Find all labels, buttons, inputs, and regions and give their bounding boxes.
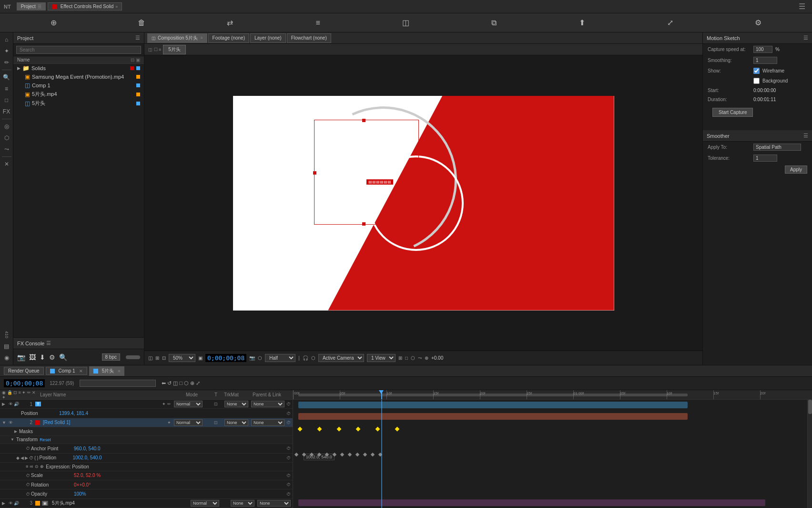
sidebar-tools-icon[interactable]: ✦ [1,46,12,56]
sidebar-brush-icon[interactable]: ✏ [1,57,12,68]
new-comp-btn[interactable]: ⊕ [46,16,61,30]
zoom-dropdown[interactable]: 50%100%25% [169,354,195,362]
transform-expand-icon[interactable]: ▼ [10,437,14,442]
background-checkbox[interactable] [753,78,760,84]
tl-tool-4[interactable]: □ [179,380,183,386]
layer1-trk-select[interactable]: None [224,401,248,407]
capture-speed-input[interactable] [753,46,772,53]
tolerance-input[interactable] [753,155,777,162]
comp1-tab-close[interactable]: ✕ [79,369,83,373]
wireframe-checkbox[interactable] [753,68,760,74]
tl-tool-7[interactable]: ⤢ [196,380,200,386]
timeline-scrollbar-right[interactable] [807,400,812,508]
kf-5[interactable] [376,427,380,432]
layer2-expand[interactable]: ▼ [2,420,8,425]
menu-icon[interactable]: ☰ [796,2,808,11]
tl-tool-6[interactable]: ⊕ [190,380,194,386]
sidebar-fx-icon[interactable]: FX [1,106,12,117]
layer3-mode-select[interactable]: Normal [191,500,219,507]
comp-tab-layer[interactable]: Layer (none) [250,33,286,43]
start-capture-btn[interactable]: Start Capture [712,108,753,117]
layer-row-1[interactable]: ▶ 👁 🔊 1 T ✦ ✏ Normal ⊡ None [0,400,293,409]
layer1-parent-select[interactable]: None [251,401,284,407]
delete-btn[interactable]: 🗑 [134,16,149,30]
viewer-motion-icon[interactable]: ⤳ [418,355,422,361]
layer2-trk-select[interactable]: None [224,419,248,426]
smoother-menu-icon[interactable]: ☰ [803,133,808,139]
lp2-nav-left[interactable]: ◀ [20,456,24,460]
settings-btn[interactable]: ⚙ [49,353,55,361]
view-count-dropdown[interactable]: 1 View [367,354,396,362]
viewer-cam-icon[interactable]: 📷 [249,355,255,361]
reset-btn[interactable]: Reset [38,437,53,442]
sidebar-globe-icon[interactable]: ◉ [1,352,12,363]
settings-gear-btn[interactable]: ⚙ [751,16,766,30]
viewer-fit-icon[interactable]: ◫ [148,355,152,361]
layer3-timeline-bar[interactable] [298,499,765,506]
expr-icon-4[interactable]: ⊕ [40,464,44,469]
apply-btn[interactable]: Apply [785,166,807,174]
sidebar-close-icon[interactable]: ✕ [1,159,12,169]
kf-4[interactable] [356,427,361,432]
sidebar-layers-icon[interactable]: ≡ [1,83,12,94]
camera-btn[interactable]: 📷 [17,353,25,361]
effect-controls-tab[interactable]: Effect Controls Red Solid » [48,2,122,10]
render-btn[interactable]: ⇄ [222,16,237,30]
download-btn[interactable]: ⬇ [40,353,45,361]
lp2-nav-right[interactable]: ▶ [25,456,28,460]
layer1-audio-icon[interactable]: 🔊 [14,402,19,406]
viewer-ram-icon[interactable]: ⬡ [258,355,262,361]
viewer-3d-icon[interactable]: ⬡ [411,355,415,361]
comp-name-pill[interactable]: 5片头 [163,45,186,54]
sidebar-home-icon[interactable]: ⌂ [1,34,12,45]
layer3-eye-icon[interactable]: 👁 [9,501,13,506]
project-tab[interactable]: Project ☰ [17,2,46,10]
tl-tab-render-queue[interactable]: Render Queue [4,367,44,375]
align-btn[interactable]: ≡ [310,16,325,30]
bpc-slider[interactable] [126,355,140,359]
photo-btn[interactable]: 🖼 [29,353,36,361]
export-btn[interactable]: ⬆ [575,16,590,30]
motion-sketch-menu-icon[interactable]: ☰ [803,35,808,41]
search-btn[interactable]: 🔍 [59,353,67,361]
project-item-solids[interactable]: ▶ 📁 Solids [13,64,144,73]
camera-dropdown[interactable]: Active Camera [318,354,364,362]
masks-expand-icon[interactable]: ▶ [14,429,17,434]
layer2-mode-select[interactable]: Normal [174,419,203,426]
project-item-comp1[interactable]: ◫ Comp 1 [13,81,144,90]
sidebar-camera-icon[interactable]: ◎ [1,121,12,132]
tl-tab-comp1[interactable]: Comp 1 ✕ [46,367,87,375]
comp-tab-footage[interactable]: Footage (none) [208,33,249,43]
layer1-timeline-bar[interactable] [298,402,688,408]
scrollbar-thumb[interactable] [808,400,812,414]
kf-1[interactable] [297,427,302,432]
clone-btn[interactable]: ⧉ [487,16,502,30]
tl-tab-5piantou[interactable]: 5片头 ≡ [89,366,125,376]
quality-dropdown[interactable]: HalfFullQuarter [265,354,295,362]
expr-icon-1[interactable]: ≡ [26,464,28,469]
project-menu-icon[interactable]: ☰ [135,35,140,41]
work-area-bar[interactable] [298,394,688,396]
timeline-search-input[interactable] [80,380,156,387]
viewer-mask-icon[interactable]: □ [405,355,408,361]
viewer-safe-icon[interactable]: ⊡ [162,355,166,361]
expr-icon-3[interactable]: ⊙ [35,464,39,469]
project-item-5piantou-mp4[interactable]: ▣ 5片头.mp4 [13,90,144,99]
5piantou-tab-close[interactable]: ≡ [118,369,120,373]
layer2-eye-icon[interactable]: 👁 [9,420,13,425]
kf-2[interactable] [317,427,322,432]
layer2-parent-select[interactable]: None [251,419,284,426]
apply-to-input[interactable] [753,144,801,151]
tl-tool-5[interactable]: ⬡ [184,380,189,386]
viewer-trans-icon[interactable]: ⬡ [311,355,315,361]
project-search-input[interactable] [16,46,141,54]
layer-row-2[interactable]: ▼ 👁 2 [Red Solid 1] ✦ Normal ⊡ None [0,418,293,427]
layer-row-3[interactable]: ▶ 👁 🔊 3 ▣ 5片头.mp4 Normal None [0,499,293,508]
composition-viewer[interactable]: + ▤▤▤▤▤▤ [144,55,702,351]
layer1-expand[interactable]: ▶ [2,402,8,406]
comp-tab-flowchart[interactable]: Flowchart (none) [287,33,331,43]
layer3-parent-select[interactable]: None [257,500,291,507]
tl-tool-3[interactable]: ◫ [173,380,178,386]
kf-3[interactable] [336,427,341,432]
tl-tool-1[interactable]: ⬅ [162,380,166,386]
